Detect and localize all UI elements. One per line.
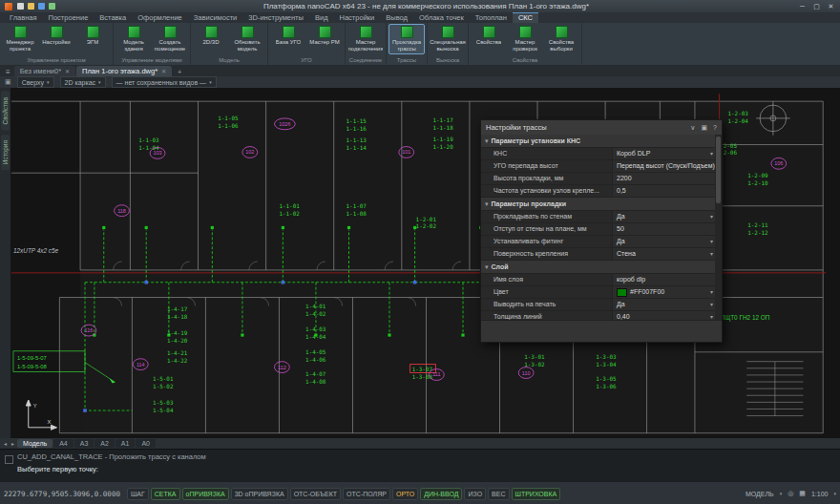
ribbon-button[interactable]: База УГО <box>270 24 306 54</box>
layout-tab[interactable]: А4 <box>53 439 74 448</box>
ribbon-tab[interactable]: Оформление <box>132 12 188 23</box>
section-header[interactable]: ▾Параметры установки КНС <box>481 135 715 148</box>
svg-text:1-5-09-5-08: 1-5-09-5-08 <box>17 364 48 369</box>
panel-tab[interactable]: Свойства <box>1 92 10 131</box>
section-header[interactable]: ▾Параметры прокладки <box>481 198 715 211</box>
layout-nav-left-icon[interactable]: ◂ <box>2 440 9 447</box>
layout-tab[interactable]: А0 <box>136 439 156 448</box>
status-toggle[interactable]: ШТРИХОВКА <box>512 488 561 500</box>
tab-close-icon[interactable]: ✕ <box>161 68 166 74</box>
ribbon-button[interactable]: 2D/3D <box>193 24 229 54</box>
pin-icon[interactable]: ▣ <box>701 124 707 132</box>
ribbon-button[interactable]: Мастер проверок <box>507 24 543 54</box>
property-value[interactable]: Короб DLP▾ <box>613 148 715 159</box>
status-toggle[interactable]: ОТС-ПОЛЯР <box>343 488 390 500</box>
ribbon-tab[interactable]: Настройки <box>334 12 381 23</box>
section-header[interactable]: ▾Слой <box>481 261 715 274</box>
undo-icon[interactable] <box>49 3 55 10</box>
ribbon-button[interactable]: Свойства <box>471 24 507 54</box>
command-line-panel[interactable]: CU_ADD_CANAL_TRACE - Проложить трассу с … <box>0 449 840 482</box>
section-expand-icon: ▾ <box>485 261 489 273</box>
close-button[interactable]: ✕ <box>824 3 838 10</box>
property-value[interactable]: 2200 <box>613 173 715 184</box>
ribbon-button[interactable]: Менеджер проекта <box>2 24 38 54</box>
property-value[interactable]: Стена▾ <box>613 248 715 260</box>
ribbon-button[interactable]: ЭГМ <box>74 24 111 54</box>
property-value[interactable]: #FF007F00▾ <box>613 286 715 298</box>
view-dropdown[interactable]: — нет сохраненных видов —▾ <box>112 76 217 88</box>
new-file-icon[interactable] <box>17 3 24 10</box>
menu-icon[interactable]: ≡ <box>2 68 14 76</box>
property-value[interactable]: короб dlp <box>613 274 715 285</box>
ribbon-button[interactable]: Настройки <box>38 24 74 54</box>
ribbon-tab[interactable]: Вид <box>309 12 334 23</box>
chevron-down-icon[interactable]: ∨ <box>690 124 695 132</box>
ribbon-button[interactable]: Обновить модель <box>229 24 265 54</box>
ribbon-tab[interactable]: Построение <box>43 12 94 23</box>
property-value[interactable]: 0,5 <box>613 185 715 197</box>
scrollbar-thumb[interactable] <box>716 136 721 203</box>
ribbon-button[interactable]: Создать помещение <box>152 24 188 54</box>
status-toggle[interactable]: ИЗО <box>464 488 486 500</box>
property-value[interactable]: Перепад высот (Спуск/Подъем)▾ <box>613 160 715 172</box>
tab-close-icon[interactable]: ✕ <box>65 68 70 74</box>
open-file-icon[interactable] <box>28 3 34 10</box>
ribbon-tab[interactable]: Вставка <box>94 12 132 23</box>
ribbon-tab[interactable]: Главная <box>4 12 43 23</box>
ribbon-button[interactable]: Мастер РМ <box>306 24 343 54</box>
property-row: Высота прокладки, мм2200 <box>481 173 715 185</box>
ribbon-button[interactable]: Модель здания <box>116 24 152 54</box>
space-indicator[interactable]: МОДЕЛЬ <box>746 491 774 497</box>
status-toggle[interactable]: ШАГ <box>127 488 149 500</box>
property-value[interactable]: 50 <box>613 223 715 235</box>
panel-tab[interactable]: История <box>1 135 10 170</box>
svg-text:1-2-02: 1-2-02 <box>416 223 437 229</box>
status-toggle[interactable]: ОРТО <box>392 488 418 500</box>
layout-tab[interactable]: А2 <box>94 439 115 448</box>
view-lock-icon[interactable]: ▣ <box>5 78 11 86</box>
ribbon-tab[interactable]: Вывод <box>380 12 413 23</box>
layout-tab[interactable]: Модель <box>17 439 52 448</box>
save-icon[interactable] <box>38 3 45 10</box>
property-value[interactable]: Да▾ <box>613 211 715 222</box>
ribbon-tab[interactable]: Топоплан <box>470 12 513 23</box>
crosshair-icon[interactable]: ◎ <box>788 490 793 497</box>
grid-display-icon[interactable]: ▦ <box>799 490 806 497</box>
command-prompt[interactable]: Выберите первую точку: <box>0 461 840 473</box>
ribbon-button[interactable]: Прокладка трассы <box>388 24 425 54</box>
layout-tab[interactable]: А3 <box>74 439 94 448</box>
ribbon-button[interactable]: Специальная выноска <box>430 24 466 54</box>
layout-tab-bar: ◂ ▸ МодельА4А3А2А1А0 <box>0 438 840 449</box>
property-value[interactable]: Да▾ <box>613 236 715 247</box>
ribbon-tab[interactable]: СКС <box>513 12 538 23</box>
dialog-scrollbar[interactable] <box>715 135 722 321</box>
view-dropdown[interactable]: Сверху▾ <box>17 76 54 88</box>
layout-tab[interactable]: А1 <box>116 439 136 448</box>
property-name: Поверхность крепления <box>481 248 613 260</box>
status-toggle[interactable]: СЕТКА <box>151 488 180 500</box>
property-value[interactable]: Да▾ <box>613 299 715 310</box>
maximize-button[interactable]: ▢ <box>809 3 824 10</box>
view-dropdown[interactable]: 2D каркас▾ <box>60 76 106 88</box>
section-label: Параметры прокладки <box>492 198 567 210</box>
document-tab[interactable]: Без имени0*✕ <box>14 66 75 76</box>
ribbon-button[interactable]: Мастер подключения <box>347 24 384 54</box>
status-toggle[interactable]: ОТС-ОБЪЕКТ <box>290 488 341 500</box>
minimize-button[interactable]: ─ <box>795 3 809 10</box>
status-toggle[interactable]: оПРИВЯЗКА <box>182 488 229 500</box>
add-document-tab-button[interactable]: + <box>173 68 186 76</box>
svg-text:110: 110 <box>522 370 531 376</box>
scale-indicator[interactable]: 1:100 <box>811 491 829 497</box>
status-toggle[interactable]: ДИН-ВВОД <box>420 488 462 500</box>
help-icon[interactable]: ? <box>713 124 717 132</box>
status-toggle[interactable]: 3D оПРИВЯЗКА <box>231 488 288 500</box>
ribbon-button[interactable]: Свойства выборки <box>543 24 579 54</box>
status-toggle[interactable]: ВЕС <box>488 488 509 500</box>
ribbon-tab[interactable]: 3D-инструменты <box>242 12 309 23</box>
ribbon-tab[interactable]: Облака точек <box>413 12 470 23</box>
tool-icon <box>128 26 140 38</box>
ribbon-tab[interactable]: Зависимости <box>188 12 243 23</box>
document-tab[interactable]: План 1-ого этажа.dwg*✕ <box>76 66 172 76</box>
layout-nav-right-icon[interactable]: ▸ <box>10 440 16 447</box>
dialog-title-bar[interactable]: Настройки трассы ∨ ▣ ? <box>481 120 722 135</box>
